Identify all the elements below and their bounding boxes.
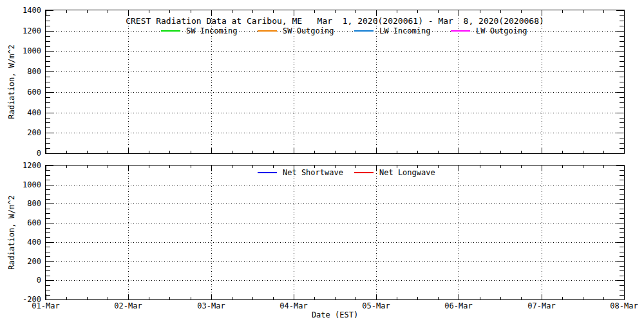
y-axis-tick (46, 166, 53, 166)
v-gridline (376, 166, 377, 299)
y-axis-tick (620, 138, 624, 138)
y-axis-tick (46, 41, 50, 42)
legend-item: LW Incoming (354, 26, 430, 35)
y-axis-tick (46, 285, 50, 286)
x-tick-labels: 01-Mar02-Mar03-Mar04-Mar05-Mar06-Mar07-M… (46, 301, 624, 310)
x-axis-tick (624, 294, 625, 299)
legend-label: Net Longwave (379, 168, 435, 177)
x-axis-minor-tick (149, 166, 149, 168)
x-axis-minor-tick (438, 166, 439, 168)
chart-title: CREST Radiation Data at Caribou, ME Mar … (46, 16, 624, 26)
y-axis-tick (620, 108, 624, 108)
y-axis-tick (46, 237, 50, 238)
y-axis-tick (620, 102, 624, 103)
x-axis-minor-tick (500, 151, 501, 153)
y-axis-tick (620, 21, 624, 21)
x-axis-minor-tick (87, 166, 88, 168)
x-axis-minor-tick (87, 297, 88, 299)
legend-item: Net Longwave (354, 168, 435, 177)
legend-item: SW Outgoing (258, 26, 334, 35)
h-gridline (46, 242, 624, 243)
x-axis-minor-tick (108, 297, 108, 299)
y-axis-tick (46, 295, 50, 296)
y-axis-tick (46, 270, 50, 271)
y-axis-tick (46, 21, 50, 21)
y-tick-label: 800 (0, 199, 41, 208)
y-axis-tick (616, 299, 624, 300)
x-axis-minor-tick (521, 151, 522, 153)
x-axis-title: Date (EST) (45, 310, 625, 319)
y-axis-tick (46, 194, 50, 195)
x-axis-minor-tick (191, 10, 191, 13)
y-tick-label: 0 (0, 149, 41, 158)
x-tick-label: 02-Mar (106, 301, 151, 310)
x-axis-minor-tick (397, 151, 397, 153)
v-gridline (211, 166, 212, 299)
x-axis-minor-tick (314, 151, 315, 153)
y-axis-tick (620, 218, 624, 219)
x-axis-tick (46, 166, 46, 171)
y-axis-tick (46, 266, 50, 267)
legend-label: LW Incoming (379, 26, 430, 35)
x-axis-minor-tick (232, 166, 232, 168)
y-axis-tick (620, 252, 624, 252)
y-axis-tick (46, 247, 50, 247)
y-axis-tick (46, 97, 50, 98)
y-axis-tick (620, 41, 624, 42)
x-axis-minor-tick (232, 10, 232, 13)
x-axis-minor-tick (583, 166, 583, 168)
y-axis-tick (46, 118, 50, 118)
y-tick-label: 1200 (0, 26, 41, 35)
y-axis-tick (46, 153, 53, 154)
x-axis-minor-tick (273, 297, 274, 299)
x-axis-minor-tick (66, 166, 67, 168)
x-axis-tick (624, 10, 625, 15)
radiation-figure: CREST Radiation Data at Caribou, ME Mar … (0, 0, 644, 322)
x-axis-minor-tick (108, 10, 108, 13)
y-axis-tick (46, 77, 50, 77)
y-tick-label: 1200 (0, 161, 41, 170)
y-axis-tick (46, 175, 50, 176)
y-axis-tick (46, 56, 50, 57)
y-axis-tick (620, 213, 624, 214)
h-gridline (46, 113, 624, 113)
x-axis-minor-tick (417, 10, 418, 13)
y-axis-tick (46, 209, 50, 209)
y-axis-tick (620, 209, 624, 209)
x-tick-label: 04-Mar (271, 301, 316, 310)
y-axis-tick (46, 108, 50, 108)
bottom-y-axis-title: Radiation, W/m^2 (7, 165, 16, 300)
x-axis-minor-tick (169, 166, 170, 168)
y-axis-tick (46, 122, 50, 123)
y-axis-tick (620, 180, 624, 180)
h-gridline (46, 280, 624, 281)
y-tick-label: 0 (0, 276, 41, 285)
x-axis-minor-tick (355, 297, 356, 299)
x-axis-minor-tick (169, 151, 170, 153)
x-axis-minor-tick (273, 151, 274, 153)
x-axis-minor-tick (252, 297, 253, 299)
x-axis-minor-tick (355, 10, 356, 13)
y-axis-tick (620, 118, 624, 118)
x-axis-minor-tick (397, 10, 397, 13)
x-axis-minor-tick (108, 151, 108, 153)
y-axis-tick (46, 290, 50, 290)
legend-item: SW Incoming (161, 26, 237, 35)
x-tick-label: 01-Mar (23, 301, 68, 310)
h-gridline (46, 185, 624, 185)
x-axis-minor-tick (500, 10, 501, 13)
x-axis-minor-tick (252, 166, 253, 168)
x-axis-minor-tick (314, 297, 315, 299)
y-axis-tick (46, 228, 50, 229)
y-axis-tick (620, 270, 624, 271)
y-axis-tick (46, 170, 50, 171)
y-axis-tick (620, 26, 624, 26)
v-gridline (128, 10, 129, 153)
x-axis-minor-tick (480, 10, 480, 13)
legend-label: LW Outgoing (476, 26, 527, 35)
x-axis-minor-tick (500, 166, 501, 168)
y-axis-tick (620, 189, 624, 190)
x-axis-minor-tick (169, 297, 170, 299)
y-axis-tick (620, 143, 624, 144)
x-axis-minor-tick (480, 151, 480, 153)
